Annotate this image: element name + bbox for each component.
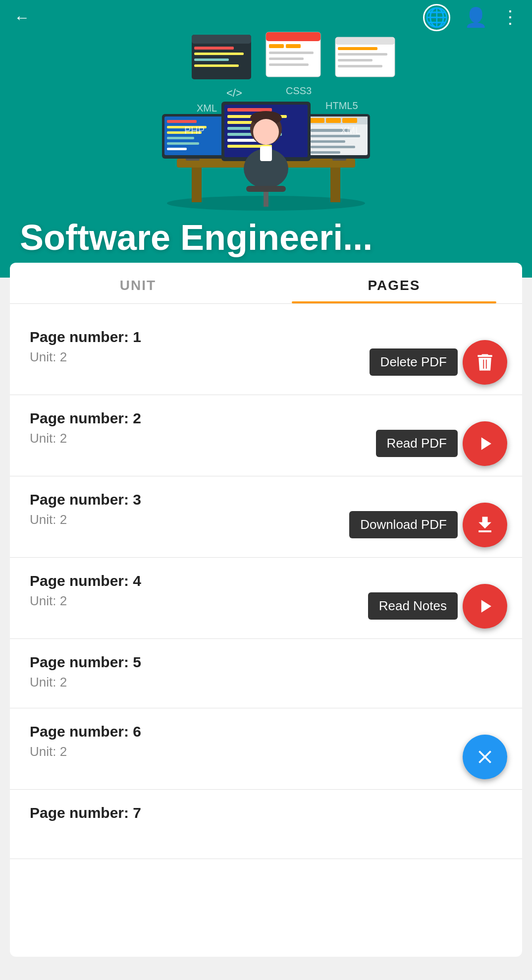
delete-pdf-tooltip: Delete PDF — [370, 348, 458, 376]
svg-rect-65 — [335, 37, 395, 45]
svg-text:XML: XML — [340, 125, 361, 136]
play-icon — [474, 433, 496, 455]
back-button[interactable]: ← — [14, 8, 30, 27]
svg-rect-13 — [167, 148, 187, 150]
play-icon — [474, 595, 496, 617]
top-bar-right: ⋮ — [423, 4, 518, 31]
svg-rect-62 — [269, 58, 304, 60]
svg-rect-68 — [338, 59, 372, 61]
list-item: Page number: 2 Unit: 2 Read PDF — [10, 395, 522, 476]
svg-rect-44 — [264, 192, 268, 207]
svg-rect-69 — [338, 65, 382, 67]
svg-rect-24 — [311, 140, 345, 143]
svg-rect-52 — [192, 35, 251, 44]
svg-rect-67 — [338, 53, 387, 56]
svg-rect-31 — [227, 108, 272, 112]
list-item: Page number: 1 Unit: 2 Delete PDF — [10, 314, 522, 395]
top-bar-left: ← — [14, 8, 30, 27]
read-pdf-button[interactable] — [463, 421, 507, 466]
svg-rect-60 — [286, 44, 301, 48]
delete-pdf-button[interactable] — [463, 340, 507, 385]
svg-rect-56 — [194, 64, 239, 67]
tab-unit[interactable]: UNIT — [10, 263, 266, 303]
svg-rect-12 — [167, 142, 199, 145]
unit-label: Unit: 2 — [30, 675, 502, 690]
person-icon[interactable] — [464, 6, 487, 28]
page-number-label: Page number: 1 — [30, 329, 502, 346]
globe-icon[interactable] — [423, 4, 450, 31]
svg-rect-26 — [311, 151, 340, 154]
list-item: Page number: 4 Unit: 2 Read Notes — [10, 558, 522, 639]
svg-rect-63 — [269, 63, 309, 66]
hero-banner: </> XML CSS3 HTML5 PHP XML — [0, 0, 532, 278]
svg-rect-3 — [330, 168, 340, 202]
more-menu-button[interactable]: ⋮ — [501, 7, 518, 28]
svg-rect-8 — [167, 120, 197, 123]
download-icon — [474, 514, 496, 536]
list-item: Page number: 5 Unit: 2 — [10, 639, 522, 708]
close-icon — [474, 746, 496, 768]
close-button[interactable] — [463, 735, 507, 779]
page-number-label: Page number: 4 — [30, 573, 502, 589]
svg-rect-19 — [310, 118, 324, 123]
svg-rect-53 — [194, 47, 234, 50]
list-item: Page number: 3 Unit: 2 Download PDF — [10, 476, 522, 558]
tabs-container: UNIT PAGES — [10, 263, 522, 304]
svg-rect-54 — [194, 53, 244, 55]
svg-text:</>: </> — [226, 87, 242, 99]
svg-rect-36 — [227, 139, 257, 142]
svg-rect-2 — [192, 168, 202, 202]
svg-rect-21 — [342, 118, 357, 123]
read-pdf-tooltip: Read PDF — [376, 430, 458, 457]
svg-rect-25 — [311, 146, 355, 148]
svg-rect-61 — [269, 52, 314, 54]
download-pdf-tooltip: Download PDF — [349, 511, 458, 538]
svg-rect-42 — [260, 146, 272, 161]
svg-rect-59 — [269, 44, 284, 48]
read-notes-tooltip: Read Notes — [368, 592, 458, 620]
tab-pages[interactable]: PAGES — [266, 263, 522, 303]
list-item: Page number: 7 — [10, 790, 522, 859]
svg-rect-20 — [326, 118, 341, 123]
hero-svg: </> XML CSS3 HTML5 PHP XML — [93, 5, 439, 213]
page-number-label: Page number: 7 — [30, 805, 502, 821]
read-notes-button[interactable] — [463, 584, 507, 629]
page-number-label: Page number: 6 — [30, 723, 502, 740]
download-pdf-button[interactable] — [463, 503, 507, 547]
svg-text:CSS3: CSS3 — [286, 85, 312, 96]
trash-icon — [474, 351, 496, 373]
page-number-label: Page number: 3 — [30, 491, 502, 508]
list-item: Page number: 6 Unit: 2 — [10, 708, 522, 790]
svg-text:PHP: PHP — [184, 125, 205, 136]
svg-point-40 — [253, 119, 279, 145]
svg-text:HTML5: HTML5 — [325, 100, 358, 111]
svg-text:XML: XML — [197, 103, 217, 114]
svg-rect-11 — [167, 137, 194, 139]
svg-rect-55 — [194, 58, 229, 61]
page-number-label: Page number: 5 — [30, 654, 502, 671]
page-number-label: Page number: 2 — [30, 410, 502, 427]
svg-rect-43 — [246, 186, 286, 192]
content-area: UNIT PAGES Page number: 1 Unit: 2 Delete… — [10, 263, 522, 957]
svg-rect-66 — [338, 47, 377, 50]
top-bar: ← ⋮ — [0, 0, 532, 35]
unit-label: Unit: 2 — [30, 744, 502, 759]
